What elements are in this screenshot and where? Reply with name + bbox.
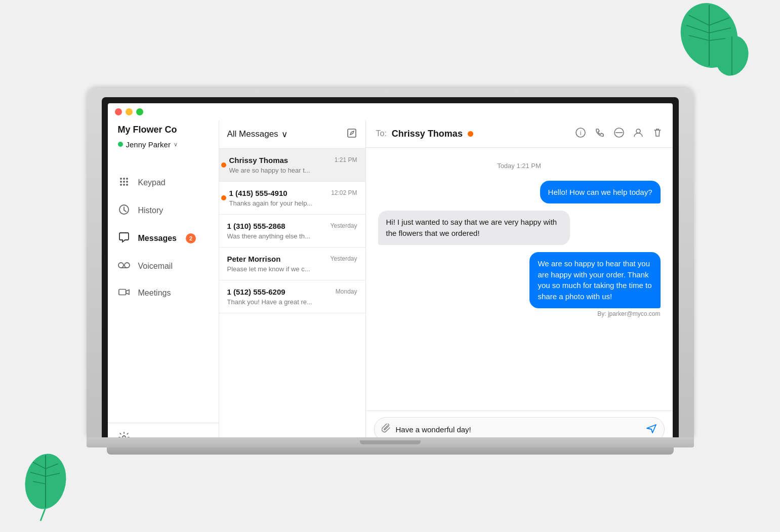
svg-point-31 (125, 263, 130, 268)
message-bubble-row: Hi! I just wanted to say that we are ver… (378, 211, 661, 245)
dropdown-icon: ∨ (281, 129, 288, 140)
svg-point-20 (126, 178, 128, 180)
message-item-header: 1 (512) 555-6209 Monday (227, 288, 357, 296)
svg-line-12 (33, 462, 46, 469)
message-item[interactable]: Chrissy Thomas 1:21 PM We are so happy t… (219, 149, 365, 182)
sidebar-item-keypad[interactable]: Keypad (108, 169, 219, 197)
sidebar-nav: Keypad History (108, 159, 219, 423)
keypad-icon (118, 176, 130, 190)
svg-line-14 (33, 481, 46, 484)
svg-line-15 (46, 464, 58, 469)
app-container: My Flower Co Jenny Parker ∨ (108, 120, 673, 437)
to-label: To: (376, 129, 387, 138)
message-time: 1:21 PM (335, 156, 357, 163)
laptop-foot (107, 447, 674, 455)
svg-line-5 (709, 18, 729, 25)
chevron-down-icon: ∨ (174, 141, 178, 148)
laptop: My Flower Co Jenny Parker ∨ (87, 88, 694, 455)
sidebar-footer (108, 423, 219, 437)
message-bubble: We are so happy to hear that you are hap… (529, 252, 660, 308)
svg-line-16 (46, 473, 60, 476)
message-preview: Was there anything else th... (227, 232, 357, 240)
chat-contact-name: Chrissy Thomas (392, 129, 463, 139)
sidebar: My Flower Co Jenny Parker ∨ (108, 120, 219, 437)
chat-actions: i (576, 128, 663, 140)
send-icon[interactable] (646, 423, 657, 436)
message-preview: Thank you! Have a great re... (227, 298, 357, 306)
traffic-lights (108, 103, 673, 120)
svg-point-26 (126, 184, 128, 186)
svg-point-8 (711, 32, 750, 79)
svg-point-21 (120, 181, 122, 183)
message-item[interactable]: 1 (310) 555-2868 Yesterday Was there any… (219, 215, 365, 248)
messages-badge: 2 (186, 233, 196, 243)
svg-line-7 (709, 38, 729, 40)
date-divider: Today 1:21 PM (378, 162, 661, 170)
attachment-icon[interactable] (382, 424, 391, 435)
svg-point-10 (21, 451, 70, 512)
sidebar-item-messages-label: Messages (138, 234, 177, 243)
maximize-button[interactable] (136, 108, 143, 115)
message-list-header: All Messages ∨ (219, 120, 365, 149)
sidebar-item-keypad-label: Keypad (138, 178, 166, 187)
svg-point-40 (636, 129, 640, 133)
svg-line-4 (689, 35, 709, 40)
svg-text:i: i (580, 130, 581, 137)
svg-line-13 (30, 472, 46, 476)
all-messages-button[interactable]: All Messages ∨ (227, 129, 288, 140)
close-button[interactable] (115, 108, 122, 115)
svg-line-2 (689, 15, 709, 25)
messages-area: Today 1:21 PM Hello! How can we help tod… (366, 148, 673, 411)
message-bubble-row: Hello! How can we help today? (378, 181, 661, 204)
screen: My Flower Co Jenny Parker ∨ (108, 103, 673, 437)
sidebar-item-meetings[interactable]: Meetings (108, 280, 219, 306)
message-input[interactable] (396, 425, 641, 434)
message-bubble: Hello! How can we help today? (540, 181, 661, 204)
user-profile[interactable]: Jenny Parker ∨ (118, 140, 209, 149)
sidebar-item-voicemail-label: Voicemail (138, 262, 173, 271)
phone-icon[interactable] (595, 128, 605, 140)
message-preview: Please let me know if we c... (227, 265, 357, 273)
svg-point-34 (122, 436, 126, 437)
all-messages-label: All Messages (227, 129, 278, 139)
clock-icon (118, 204, 130, 218)
sidebar-item-voicemail[interactable]: Voicemail (108, 253, 219, 280)
laptop-lid: My Flower Co Jenny Parker ∨ (87, 88, 694, 437)
message-list-panel: All Messages ∨ (219, 120, 366, 437)
message-sender: 1 (512) 555-6209 (227, 288, 285, 296)
block-icon[interactable] (614, 128, 624, 140)
svg-rect-35 (348, 129, 356, 137)
user-name: Jenny Parker (126, 140, 171, 149)
sidebar-item-history[interactable]: History (108, 197, 219, 225)
message-bubble: Hi! I just wanted to say that we are ver… (378, 211, 570, 245)
svg-line-17 (40, 508, 46, 521)
message-items: Chrissy Thomas 1:21 PM We are so happy t… (219, 149, 365, 437)
minimize-button[interactable] (126, 108, 133, 115)
sidebar-item-messages[interactable]: Messages 2 (108, 225, 219, 253)
messages-icon (118, 232, 130, 245)
decorative-leaves-bottom-left (10, 441, 81, 522)
message-time: Yesterday (331, 255, 357, 262)
svg-point-30 (118, 263, 124, 268)
message-item[interactable]: 1 (512) 555-6209 Monday Thank you! Have … (219, 280, 365, 313)
svg-rect-33 (118, 289, 126, 295)
laptop-notch (360, 440, 421, 444)
message-time: Yesterday (331, 222, 357, 229)
trash-icon[interactable] (652, 128, 663, 140)
settings-icon[interactable] (118, 433, 130, 437)
svg-point-18 (120, 178, 122, 180)
contact-icon[interactable] (633, 128, 643, 140)
info-icon[interactable]: i (576, 128, 586, 140)
message-item-header: Chrissy Thomas 1:21 PM (229, 156, 357, 165)
svg-line-6 (709, 28, 731, 33)
sidebar-item-meetings-label: Meetings (138, 289, 171, 298)
message-item[interactable]: Peter Morrison Yesterday Please let me k… (219, 248, 365, 280)
screen-bezel: My Flower Co Jenny Parker ∨ (102, 97, 679, 437)
message-item[interactable]: 1 (415) 555-4910 12:02 PM Thanks again f… (219, 182, 365, 215)
chat-header: To: Chrissy Thomas i (366, 120, 673, 148)
message-sender: Chrissy Thomas (229, 156, 289, 165)
svg-point-19 (123, 178, 125, 180)
svg-point-23 (126, 181, 128, 183)
message-preview: We are so happy to hear t... (229, 167, 357, 174)
compose-icon[interactable] (346, 128, 357, 141)
